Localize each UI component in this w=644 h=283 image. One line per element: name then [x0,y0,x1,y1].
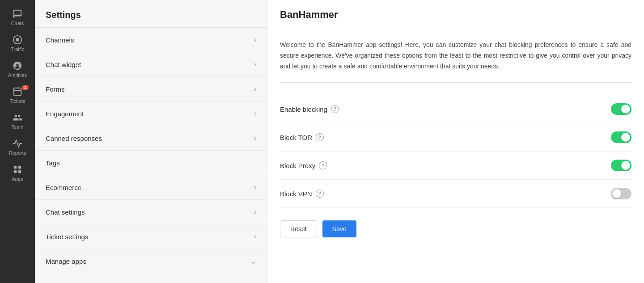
toggle-label-text: Block TOR [280,134,312,141]
sidebar-item-archives[interactable]: Archives [0,56,35,82]
sidebar-item-label: Chats [11,21,24,26]
help-icon-block-vpn[interactable]: ? [316,190,324,198]
main-content: BanHammer Welcome to the BanHammer app s… [267,0,644,283]
menu-item-chat-settings[interactable]: Chat settings › [35,200,267,224]
toggle-label-block-tor: Block TOR ? [280,133,324,141]
menu-item-channels[interactable]: Channels › [35,28,267,52]
toggle-label-block-vpn: Block VPN ? [280,190,324,198]
toggle-label-text: Enable blocking [280,106,327,113]
save-button[interactable]: Save [322,220,356,237]
chevron-right-icon: › [254,85,256,93]
toggle-enable-blocking[interactable] [611,103,631,115]
svg-rect-6 [14,170,17,173]
menu-item-label: Manage apps [46,258,86,265]
toggle-label-block-proxy: Block Proxy ? [280,161,327,169]
toggle-row-enable-blocking: Enable blocking ? [280,95,631,123]
reports-icon [13,139,22,148]
svg-rect-2 [14,88,21,96]
svg-rect-4 [14,166,17,169]
menu-item-label: Chat settings [46,208,85,216]
toggle-block-vpn[interactable] [611,188,631,199]
menu-item-engagement[interactable]: Engagement › [35,101,267,126]
sidebar-item-chats[interactable]: Chats [0,4,35,30]
toggle-label-text: Block Proxy [280,162,315,169]
sidebar-item-label: Team [12,124,24,130]
sidebar-item-label: Traffic [11,46,24,52]
toggle-row-block-proxy: Block Proxy ? [280,152,631,180]
chevron-right-icon: › [254,208,256,216]
menu-item-label: Canned responses [46,135,102,142]
sidebar-item-label: Tickets [10,98,25,104]
chevron-right-icon: › [254,134,256,142]
menu-item-label: Channels [46,36,74,44]
menu-item-ticket-settings[interactable]: Ticket settings › [35,224,267,249]
svg-rect-7 [18,170,21,173]
svg-point-1 [16,38,19,41]
help-icon-enable-blocking[interactable]: ? [331,105,339,113]
icon-sidebar: Chats Traffic Archives 1 Tickets Team Re… [0,0,35,283]
chevron-right-icon: › [254,110,256,118]
main-title: BanHammer [267,0,644,27]
sidebar-item-traffic[interactable]: Traffic [0,30,35,56]
chevron-right-icon: › [254,183,256,191]
apps-icon [13,165,22,174]
help-icon-block-tor[interactable]: ? [316,133,324,141]
chevron-right-icon: › [254,60,256,68]
settings-sidebar: Settings Channels › Chat widget › Forms … [35,0,267,283]
chevron-right-icon: › [254,232,256,241]
toggle-block-proxy[interactable] [611,160,631,171]
menu-item-tags[interactable]: Tags › [35,151,267,175]
menu-item-label: Tags [46,159,60,167]
svg-rect-5 [18,166,21,169]
menu-item-label: Chat widget [46,61,81,68]
toggle-label-enable-blocking: Enable blocking ? [280,105,339,113]
toggle-row-block-vpn: Block VPN ? [280,180,631,208]
toggle-label-text: Block VPN [280,190,312,198]
chevron-right-icon: › [254,36,256,44]
chats-icon [13,9,22,19]
sidebar-item-team[interactable]: Team [0,108,35,134]
sidebar-item-label: Apps [12,176,23,182]
tickets-icon [13,87,22,97]
menu-item-chat-widget[interactable]: Chat widget › [35,52,267,77]
toggle-block-tor[interactable] [611,131,631,143]
menu-item-label: Ecommerce [46,184,81,191]
reset-button[interactable]: Reset [280,220,317,237]
sidebar-item-label: Reports [9,150,26,156]
sidebar-item-label: Archives [8,72,27,78]
archives-icon [13,61,22,71]
chevron-down-icon: ⌄ [250,257,256,266]
sidebar-item-apps[interactable]: Apps [0,160,35,186]
help-icon-block-proxy[interactable]: ? [319,161,327,169]
menu-item-ecommerce[interactable]: Ecommerce › [35,175,267,200]
settings-title: Settings [35,0,267,28]
menu-item-forms[interactable]: Forms › [35,77,267,101]
tickets-badge: 1 [22,85,29,90]
section-divider [280,82,631,83]
menu-item-label: Engagement [46,110,84,118]
menu-item-canned-responses[interactable]: Canned responses › [35,126,267,151]
description-text: Welcome to the BanHammer app settings! H… [280,40,631,72]
traffic-icon [13,35,22,45]
menu-item-manage-apps[interactable]: Manage apps ⌄ [35,249,267,274]
team-icon [13,113,22,122]
sidebar-item-tickets[interactable]: 1 Tickets [0,82,35,108]
sidebar-item-reports[interactable]: Reports [0,134,35,160]
main-body: Welcome to the BanHammer app settings! H… [267,27,644,250]
toggle-row-block-tor: Block TOR ? [280,123,631,152]
menu-item-label: Ticket settings [46,233,88,241]
menu-item-label: Forms [46,85,65,93]
button-row: Reset Save [280,220,631,237]
